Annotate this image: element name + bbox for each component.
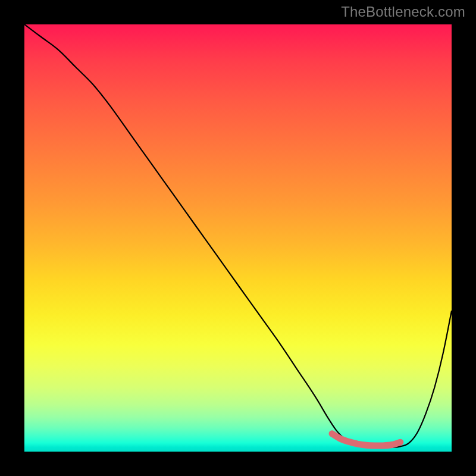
watermark-text: TheBottleneck.com: [341, 4, 465, 20]
chart-stage: TheBottleneck.com line 0 100 0 100: [0, 0, 476, 476]
chart-svg: [24, 24, 452, 452]
bottleneck-curve-line: [24, 24, 452, 447]
plot-area: [24, 24, 452, 452]
optimal-range-marker: [332, 434, 400, 446]
